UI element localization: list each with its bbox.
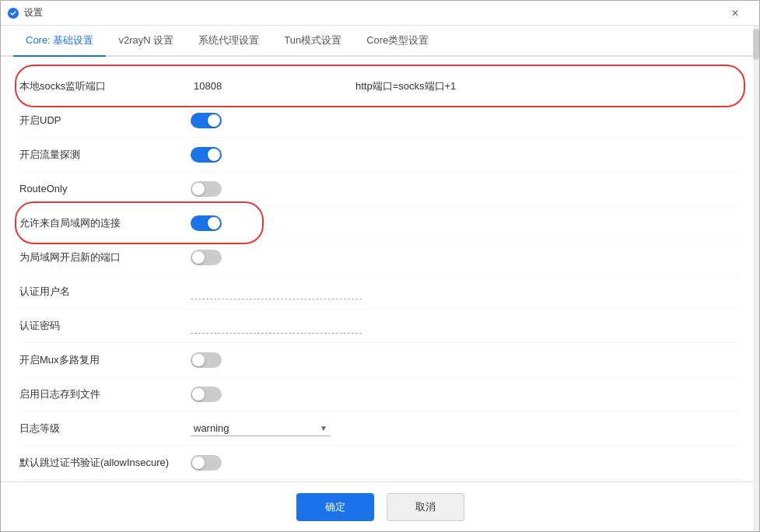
row-auth-username: 认证用户名 (19, 275, 741, 309)
toggle-enable-log[interactable] (191, 387, 222, 402)
label-enable-udp: 开启UDP (19, 114, 191, 128)
control-local-socks-port: http端口=socks端口+1 (191, 79, 741, 93)
confirm-button[interactable]: 确定 (296, 493, 374, 521)
control-auth-username (191, 284, 741, 299)
control-allow-lan (191, 215, 741, 231)
label-local-socks-port: 本地socks监听端口 (19, 79, 191, 93)
row-local-socks-port: 本地socks监听端口 http端口=socks端口+1 (19, 69, 741, 103)
label-log-level: 日志等级 (19, 422, 191, 436)
tab-v2rayn[interactable]: v2rayN 设置 (106, 26, 186, 57)
control-enable-udp (191, 113, 741, 128)
row-log-level: 日志等级 debug info warning error none ▼ (19, 411, 741, 446)
row-enable-log: 启用日志存到文件 (19, 377, 741, 411)
cancel-button[interactable]: 取消 (387, 493, 464, 521)
label-allow-lan: 允许来自局域网的连接 (19, 216, 191, 230)
app-icon (7, 7, 19, 19)
control-auth-password (191, 318, 741, 334)
control-log-level: debug info warning error none ▼ (191, 421, 741, 436)
window-title: 设置 (24, 6, 717, 19)
footer: 确定 取消 (1, 481, 759, 531)
row-route-only: RouteOnly (19, 172, 741, 206)
control-route-only (191, 181, 741, 197)
toggle-traffic-detection[interactable] (191, 147, 222, 163)
control-enable-mux (191, 352, 741, 368)
row-lan-port: 为局域网开启新的端口 (19, 240, 741, 275)
toggle-route-only[interactable] (191, 181, 222, 197)
log-level-select[interactable]: debug info warning error none (191, 421, 331, 436)
toggle-lan-port[interactable] (191, 250, 222, 265)
auth-username-input[interactable] (191, 284, 362, 299)
control-lan-port (191, 250, 741, 265)
toggle-enable-mux[interactable] (191, 352, 222, 368)
control-enable-log (191, 387, 741, 402)
tab-system-proxy[interactable]: 系统代理设置 (186, 26, 271, 57)
label-auth-username: 认证用户名 (19, 285, 191, 299)
row-enable-mux: 开启Mux多路复用 (19, 343, 741, 377)
close-button[interactable]: ✕ (717, 1, 753, 26)
scrollbar-thumb[interactable] (753, 29, 759, 60)
title-bar: 设置 ✕ (1, 1, 759, 26)
toggle-allow-insecure[interactable] (191, 455, 222, 471)
row-enable-udp: 开启UDP (19, 103, 741, 138)
label-traffic-detection: 开启流量探测 (19, 148, 191, 162)
label-auth-password: 认证密码 (19, 319, 191, 333)
control-traffic-detection (191, 147, 741, 163)
settings-window: 设置 ✕ Core: 基础设置 v2rayN 设置 系统代理设置 Tun模式设置… (0, 0, 760, 532)
toggle-enable-udp[interactable] (191, 113, 222, 128)
socks-port-input[interactable] (191, 79, 253, 93)
auth-password-input[interactable] (191, 318, 362, 334)
row-allow-insecure: 默认跳过证书验证(allowInsecure) (19, 446, 741, 480)
row-auth-password: 认证密码 (19, 309, 741, 343)
settings-content: 本地socks监听端口 http端口=socks端口+1 开启UDP 开启流量探… (1, 57, 759, 531)
tab-core-basic[interactable]: Core: 基础设置 (13, 26, 106, 57)
log-level-dropdown-wrap: debug info warning error none ▼ (191, 421, 331, 436)
tab-tun-mode[interactable]: Tun模式设置 (271, 26, 354, 57)
http-port-label: http端口=socks端口+1 (355, 79, 456, 93)
tab-bar: Core: 基础设置 v2rayN 设置 系统代理设置 Tun模式设置 Core… (1, 26, 759, 57)
label-allow-insecure: 默认跳过证书验证(allowInsecure) (19, 456, 191, 470)
control-allow-insecure (191, 455, 741, 471)
scrollbar-track (753, 26, 759, 531)
label-enable-log: 启用日志存到文件 (19, 387, 191, 401)
label-lan-port: 为局域网开启新的端口 (19, 250, 191, 264)
label-enable-mux: 开启Mux多路复用 (19, 353, 191, 367)
label-route-only: RouteOnly (19, 183, 191, 194)
row-traffic-detection: 开启流量探测 (19, 138, 741, 172)
toggle-allow-lan[interactable] (191, 215, 222, 231)
tab-core-type[interactable]: Core类型设置 (354, 26, 441, 57)
row-allow-lan: 允许来自局域网的连接 (19, 206, 741, 240)
